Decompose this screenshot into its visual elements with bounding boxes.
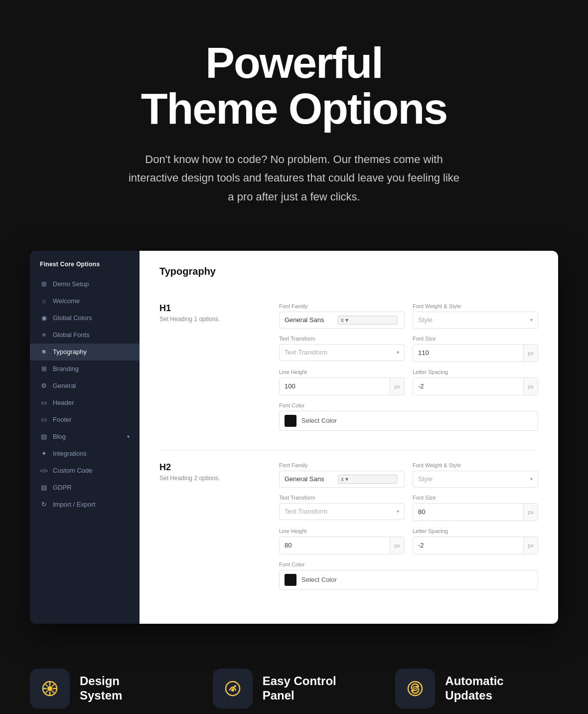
easy-control-title: Easy Control Panel [263, 674, 336, 703]
design-system-icon-box [30, 669, 70, 709]
h2-row1: Font Family General Sans x ▾ Font Weight… [279, 462, 538, 488]
hero-section: Powerful Theme Options Don't know how to… [0, 0, 588, 236]
h2-letter-spacing-label: Letter Spacing [413, 528, 538, 534]
h2-font-color-label: Font Color [279, 561, 538, 567]
h1-line-height-group: Line Height px [279, 369, 405, 395]
h2-fields: Font Family General Sans x ▾ Font Weight… [279, 462, 538, 597]
general-icon: ⚙ [40, 382, 48, 390]
h1-letter-spacing-field: px [413, 377, 538, 395]
sidebar-item-label: Integrations [53, 450, 87, 457]
sidebar-item-label: Custom Code [53, 467, 92, 474]
h2-font-weight-group: Font Weight & Style Style ▾ [413, 462, 538, 488]
h2-font-family-label: Font Family [279, 462, 405, 468]
content-title: Typography [159, 266, 538, 277]
gdpr-icon: ▤ [40, 484, 48, 492]
sidebar-item-custom-code[interactable]: </> Custom Code [30, 462, 140, 479]
sidebar-item-import-export[interactable]: ↻ Import / Export [30, 496, 140, 513]
h1-font-weight-select[interactable]: Style ▾ [413, 312, 538, 329]
panel-section: Finest Core Options ⊞ Demo Setup ⌂ Welco… [0, 236, 588, 644]
easy-control-icon [223, 679, 242, 698]
sidebar-item-global-colors[interactable]: ◉ Global Colors [30, 310, 140, 327]
h1-line-height-label: Line Height [279, 369, 405, 375]
sidebar-item-label: General [53, 382, 76, 389]
h2-text-transform-label: Text Transform [279, 495, 405, 501]
h2-color-field[interactable]: Select Color [279, 570, 538, 590]
sidebar-item-integrations[interactable]: ✦ Integrations [30, 445, 140, 462]
footer-icon: ▭ [40, 416, 48, 424]
sidebar-item-general[interactable]: ⚙ General [30, 377, 140, 394]
h1-row2: Text Transform Text Transform ▾ Font Siz… [279, 336, 538, 362]
design-system-text: Design System [80, 674, 122, 703]
h1-font-family-field[interactable]: General Sans x ▾ [279, 312, 405, 329]
blog-icon: ▤ [40, 433, 48, 441]
h1-letter-spacing-label: Letter Spacing [413, 369, 538, 375]
h1-text-transform-placeholder: Text Transform [285, 349, 327, 356]
sidebar-item-header[interactable]: ▭ Header [30, 394, 140, 411]
h1-font-size-field: px [413, 344, 538, 362]
h2-font-size-label: Font Size [413, 495, 538, 501]
svg-point-1 [47, 686, 52, 691]
h1-line-height-field: px [279, 377, 405, 395]
h1-letter-spacing-group: Letter Spacing px [413, 369, 538, 395]
h1-color-field[interactable]: Select Color [279, 411, 538, 431]
auto-updates-icon-box [395, 669, 435, 709]
h2-text-transform-group: Text Transform Text Transform ▾ [279, 495, 405, 521]
h2-letter-spacing-input[interactable] [413, 537, 523, 554]
easy-control-text: Easy Control Panel [263, 674, 336, 703]
h1-font-weight-chevron: ▾ [530, 317, 533, 323]
h2-font-weight-chevron: ▾ [530, 476, 533, 482]
demo-setup-icon: ⊞ [40, 280, 48, 288]
global-colors-icon: ◉ [40, 314, 48, 322]
h2-font-size-input[interactable] [413, 504, 523, 521]
h2-heading: H2 [159, 462, 259, 473]
sidebar-item-label: Global Colors [53, 314, 92, 322]
features-section: Design System Easy Control Panel [0, 644, 588, 714]
h1-font-family-clear[interactable]: x ▾ [338, 316, 397, 325]
h2-select-color-label: Select Color [301, 576, 337, 583]
h1-font-weight-label: Font Weight & Style [413, 303, 538, 309]
sidebar-item-global-fonts[interactable]: ≡ Global Fonts [30, 327, 140, 344]
h2-letter-spacing-unit: px [523, 537, 538, 554]
auto-updates-icon [406, 679, 425, 698]
feature-auto-updates: Automatic Updates [395, 669, 558, 709]
h2-text-transform-select[interactable]: Text Transform ▾ [279, 503, 405, 520]
h2-row2: Text Transform Text Transform ▾ Font Siz… [279, 495, 538, 521]
sidebar-item-label: Footer [53, 416, 72, 423]
sidebar-item-branding[interactable]: ⊞ Branding [30, 360, 140, 377]
h2-line-height-label: Line Height [279, 528, 405, 534]
h2-font-family-field[interactable]: General Sans x ▾ [279, 471, 405, 488]
h1-font-size-label: Font Size [413, 336, 538, 342]
h2-line-height-group: Line Height px [279, 528, 405, 554]
h2-line-height-input[interactable] [280, 537, 390, 554]
h2-font-weight-select[interactable]: Style ▾ [413, 471, 538, 488]
branding-icon: ⊞ [40, 365, 48, 373]
h2-line-height-unit: px [390, 537, 404, 554]
sidebar-item-gdpr[interactable]: ▤ GDPR [30, 479, 140, 496]
svg-point-8 [234, 685, 236, 687]
design-system-icon [40, 679, 59, 698]
sidebar-item-demo-setup[interactable]: ⊞ Demo Setup [30, 276, 140, 293]
h2-letter-spacing-group: Letter Spacing px [413, 528, 538, 554]
h1-letter-spacing-unit: px [523, 378, 538, 395]
h1-font-weight-placeholder: Style [418, 316, 433, 324]
h1-font-size-unit: px [523, 345, 538, 361]
h2-text-transform-placeholder: Text Transform [285, 508, 327, 515]
h1-line-height-input[interactable] [280, 378, 390, 395]
sidebar-item-label: Blog [53, 433, 66, 440]
h1-letter-spacing-input[interactable] [413, 378, 523, 395]
h1-select-color-label: Select Color [301, 417, 337, 424]
h2-font-family-clear[interactable]: x ▾ [338, 475, 397, 484]
sidebar-item-label: Header [53, 399, 74, 406]
h1-font-size-input[interactable] [413, 345, 523, 361]
sidebar-item-label: Typography [53, 348, 87, 356]
h1-text-transform-select[interactable]: Text Transform ▾ [279, 344, 405, 361]
svg-point-13 [415, 688, 416, 689]
import-export-icon: ↻ [40, 501, 48, 509]
sidebar-item-welcome[interactable]: ⌂ Welcome [30, 293, 140, 310]
sidebar-item-footer[interactable]: ▭ Footer [30, 411, 140, 428]
feature-easy-control: Easy Control Panel [213, 669, 376, 709]
sidebar-item-typography[interactable]: ≡ Typography [30, 344, 140, 360]
typography-icon: ≡ [40, 348, 48, 356]
sidebar-item-label: Welcome [53, 297, 80, 305]
sidebar-item-blog[interactable]: ▤ Blog ▾ [30, 428, 140, 445]
